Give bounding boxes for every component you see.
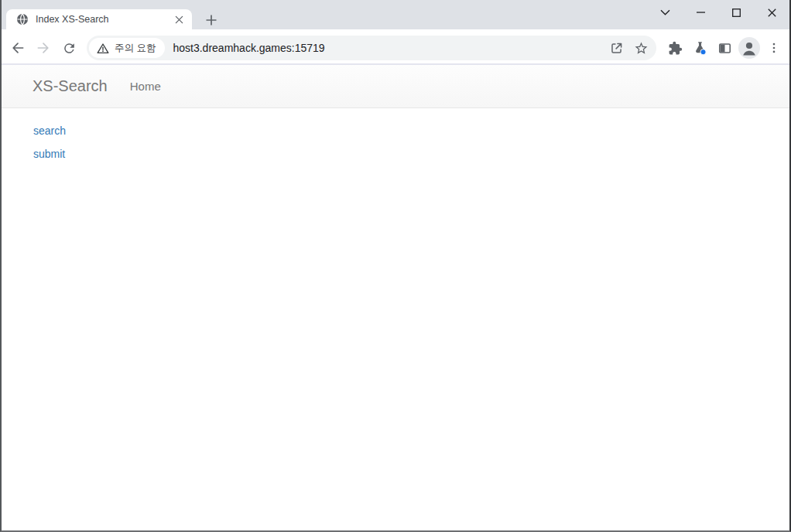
- new-tab-button[interactable]: [201, 10, 221, 30]
- warning-triangle-icon: [97, 43, 109, 54]
- reload-button[interactable]: [58, 37, 80, 59]
- plus-icon: [206, 15, 217, 26]
- browser-menu-button[interactable]: [762, 36, 786, 60]
- forward-button[interactable]: [33, 37, 54, 59]
- profile-button[interactable]: [737, 36, 762, 60]
- search-link[interactable]: search: [33, 124, 66, 137]
- address-bar[interactable]: 주의 요함 host3.dreamhack.games:15719: [87, 36, 656, 60]
- browser-window: Index XS-Search: [0, 0, 791, 532]
- window-controls: [647, 0, 789, 25]
- back-button[interactable]: [7, 37, 29, 59]
- nav-link-home[interactable]: Home: [130, 80, 161, 93]
- extensions-button[interactable]: [663, 36, 687, 60]
- extensions-puzzle-icon: [668, 41, 683, 56]
- chrome-labs-button[interactable]: [687, 36, 712, 60]
- page-viewport: XS-Search Home search submit: [2, 65, 789, 529]
- window-close-button[interactable]: [754, 0, 789, 25]
- maximize-button[interactable]: [718, 0, 754, 25]
- browser-toolbar: 주의 요함 host3.dreamhack.games:15719: [2, 29, 789, 65]
- arrow-left-icon: [10, 40, 26, 56]
- tab-strip: Index XS-Search: [2, 0, 789, 29]
- close-icon: [768, 9, 776, 17]
- maximize-icon: [732, 9, 741, 17]
- minimize-button[interactable]: [683, 0, 718, 25]
- security-chip[interactable]: 주의 요함: [89, 38, 165, 58]
- site-navbar: XS-Search Home: [2, 65, 789, 108]
- url-text[interactable]: host3.dreamhack.games:15719: [173, 42, 604, 54]
- reload-icon: [62, 41, 77, 56]
- site-brand[interactable]: XS-Search: [33, 77, 108, 95]
- chevron-down-icon: [660, 9, 670, 15]
- tab-close-icon[interactable]: [172, 12, 186, 26]
- globe-favicon-icon: [16, 13, 29, 26]
- arrow-right-icon: [36, 40, 51, 56]
- tab-title: Index XS-Search: [36, 14, 172, 25]
- security-chip-label: 주의 요함: [115, 42, 156, 55]
- browser-tab[interactable]: Index XS-Search: [6, 9, 192, 29]
- profile-avatar-icon: [738, 37, 760, 59]
- labs-flask-icon: [692, 40, 708, 56]
- side-panel-button[interactable]: [712, 36, 737, 60]
- toolbar-actions: [663, 36, 786, 60]
- share-icon: [609, 41, 624, 56]
- share-button[interactable]: [604, 37, 628, 59]
- minimize-icon: [697, 12, 705, 13]
- kebab-menu-icon: [767, 41, 781, 55]
- page-content: search submit: [2, 108, 789, 184]
- star-icon: [634, 41, 649, 56]
- tab-search-button[interactable]: [647, 0, 683, 25]
- side-panel-icon: [717, 41, 732, 56]
- submit-link[interactable]: submit: [33, 148, 65, 160]
- bookmark-button[interactable]: [628, 37, 653, 59]
